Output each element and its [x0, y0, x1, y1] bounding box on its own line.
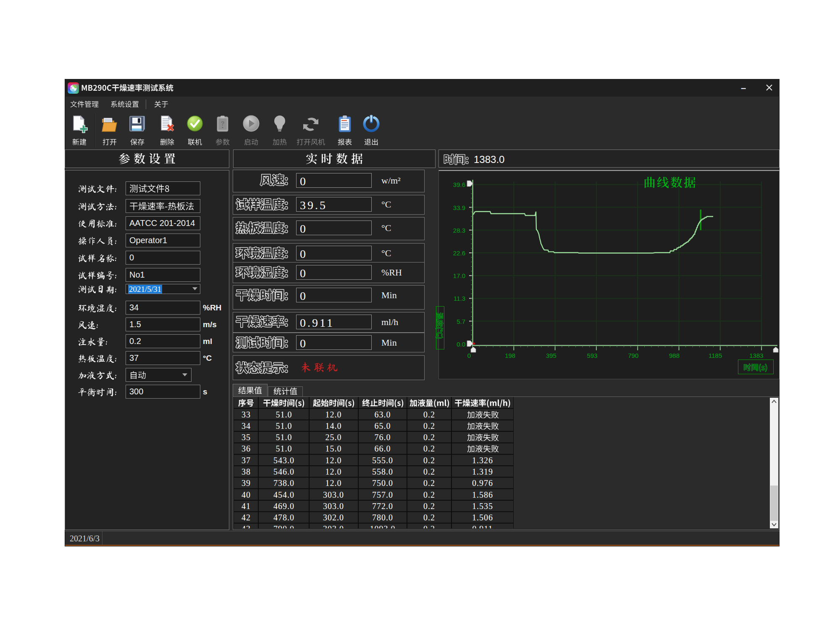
svg-text:?: ?	[220, 120, 224, 127]
